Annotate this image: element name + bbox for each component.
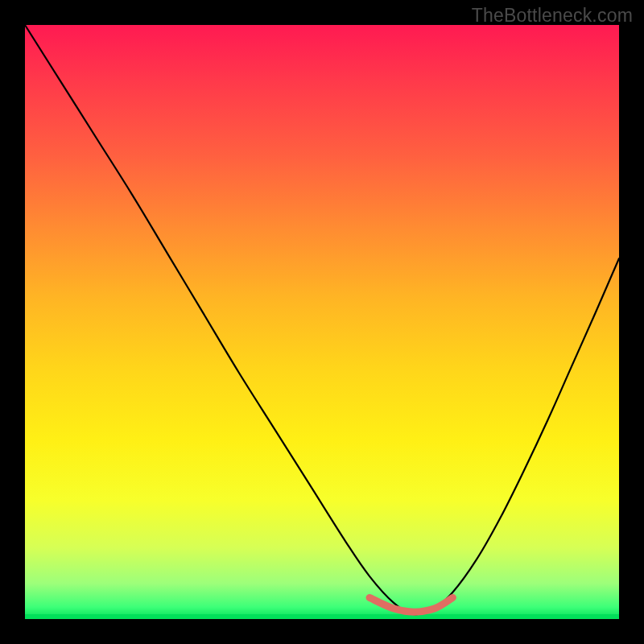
- optimal-zone-marker: [369, 597, 452, 612]
- watermark-text: TheBottleneck.com: [472, 5, 633, 27]
- chart-container: TheBottleneck.com: [0, 0, 644, 644]
- bottleneck-curve: [25, 25, 619, 614]
- plot-area: [25, 25, 619, 619]
- curve-layer: [25, 25, 619, 619]
